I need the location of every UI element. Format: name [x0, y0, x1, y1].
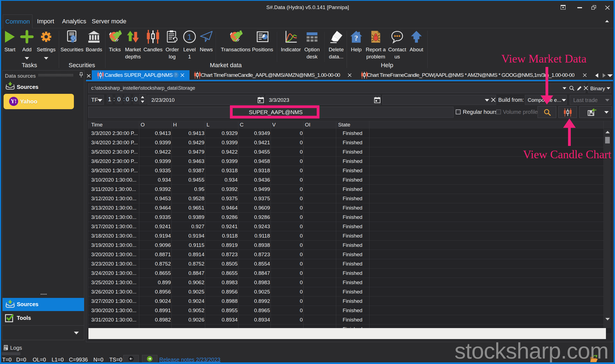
svg-text:LOG: LOG: [4, 348, 7, 350]
